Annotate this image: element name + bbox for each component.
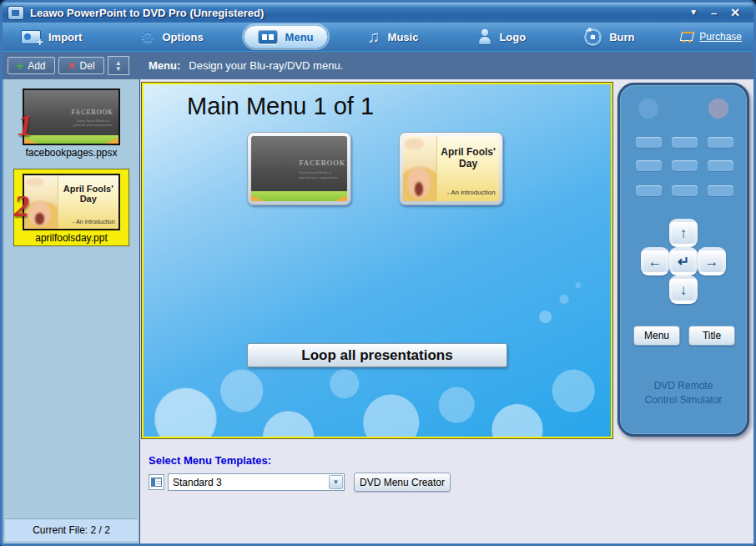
remote-key[interactable] <box>672 185 698 196</box>
dvd-menu-preview[interactable]: Main Menu 1 of 1 FACEBOOK Using Social M… <box>142 83 612 438</box>
app-icon <box>8 6 24 20</box>
purchase-label[interactable]: Purchase <box>699 31 742 43</box>
import-icon <box>21 30 41 44</box>
remote-key[interactable] <box>636 185 662 196</box>
file-name-label: aprilfoolsday.ppt <box>23 232 120 244</box>
infobar-text: Menu: Design your Blu-ray/DVD menu. <box>149 59 343 72</box>
app-window: Leawo PowerPoint to DVD Pro (Unregistere… <box>0 0 756 546</box>
add-button[interactable]: + Add <box>8 57 55 74</box>
enter-button[interactable]: ↵ <box>669 247 698 276</box>
infobar-description: Design your Blu-ray/DVD menu. <box>189 59 343 72</box>
infobar: + Add ✕ Del ▲ ▼ Menu: Design your Blu-ra… <box>3 51 753 79</box>
remote-key[interactable] <box>708 160 733 171</box>
remote-light-right <box>708 99 728 119</box>
remote-key[interactable] <box>708 137 733 148</box>
remote-title-button[interactable]: Title <box>688 326 735 346</box>
purchase-link[interactable]: Purchase <box>679 31 742 43</box>
shopping-cart-icon <box>679 31 694 43</box>
remote-menu-button[interactable]: Menu <box>633 326 680 346</box>
collapse-icon[interactable]: ▼ <box>689 8 698 17</box>
toolbar-item-music[interactable]: ♫ Music <box>358 25 429 48</box>
reorder-button[interactable]: ▲ ▼ <box>108 56 129 75</box>
window-controls: ▼ – ✕ <box>689 7 740 18</box>
toolbar-item-import[interactable]: Import <box>11 25 92 48</box>
remote-caption: DVD Remote Control Simulator <box>640 379 727 407</box>
arrow-right-button[interactable]: → <box>698 247 726 276</box>
close-icon[interactable]: ✕ <box>730 7 740 18</box>
template-dropdown-value: Standard 3 <box>169 477 329 488</box>
facebook-slide-art: FACEBOOK Using Social Media to promote y… <box>24 90 118 144</box>
menu-item-facebookpages[interactable]: FACEBOOK Using Social Media to promote y… <box>247 132 351 205</box>
dvd-remote-control: ↑ ← ↵ → ↓ Menu Title DVD Remote Control … <box>617 83 749 437</box>
remote-key[interactable] <box>672 137 698 148</box>
current-file-status: Current File: 2 / 2 <box>5 518 138 541</box>
bokeh-background <box>144 84 611 437</box>
aprilfools-slide-art: April Fools' Day - An introduction <box>24 175 118 229</box>
remote-key[interactable] <box>708 185 733 196</box>
minimize-icon[interactable]: – <box>711 8 717 18</box>
delete-button[interactable]: ✕ Del <box>58 57 104 74</box>
infobar-title: Menu: <box>149 59 180 72</box>
person-icon <box>478 29 491 44</box>
slide-number-badge: 2 <box>14 191 29 221</box>
remote-light-left <box>638 99 658 119</box>
slide-number-badge: 1 <box>18 110 33 140</box>
sort-down-icon: ▼ <box>115 66 122 72</box>
file-list-sidebar: 1 FACEBOOK Using Social Media to promote… <box>3 79 140 543</box>
template-dropdown[interactable]: Standard 3 ▼ <box>168 473 345 491</box>
file-item-facebookpages[interactable]: 1 FACEBOOK Using Social Media to promote… <box>23 88 120 159</box>
gear-icon: ⚙ <box>140 29 154 45</box>
main-toolbar: Import ⚙ Options Menu ♫ Music Logo Burn … <box>3 23 753 51</box>
menu-heading: Main Menu 1 of 1 <box>187 93 374 120</box>
arrow-up-button[interactable]: ↑ <box>669 219 698 247</box>
photo-strip <box>403 136 436 201</box>
file-thumbnail[interactable]: FACEBOOK Using Social Media to promote y… <box>23 88 120 145</box>
arrow-left-button[interactable]: ← <box>641 247 669 276</box>
chevron-down-icon[interactable]: ▼ <box>329 475 343 489</box>
toolbar-item-burn[interactable]: Burn <box>574 25 644 48</box>
dvd-disc-icon <box>584 28 602 46</box>
facebook-slide-art: FACEBOOK Using Social Media to promote y… <box>251 136 347 201</box>
delete-x-icon: ✕ <box>68 61 76 71</box>
file-item-aprilfoolsday[interactable]: 2 April Fools' Day - An introduction apr… <box>14 169 129 245</box>
menu-item-aprilfoolsday[interactable]: April Fools' Day - An introduction <box>399 132 503 205</box>
green-band <box>24 135 118 144</box>
remote-key[interactable] <box>636 137 662 148</box>
toolbar-item-menu[interactable]: Menu <box>244 25 328 48</box>
template-list-icon <box>149 474 164 490</box>
file-name-label: facebookpages.ppsx <box>23 147 120 159</box>
file-actions: + Add ✕ Del ▲ ▼ <box>3 56 140 75</box>
toolbar-item-options[interactable]: ⚙ Options <box>130 25 213 48</box>
window-title: Leawo PowerPoint to DVD Pro (Unregistere… <box>30 7 689 19</box>
file-thumbnail[interactable]: April Fools' Day - An introduction <box>23 174 120 230</box>
select-menu-templates-label: Select Menu Templates: <box>149 454 271 467</box>
aprilfools-slide-art: April Fools' Day - An introduction <box>403 136 499 201</box>
loop-all-presentations-button[interactable]: Loop all presentations <box>247 343 507 367</box>
remote-key[interactable] <box>672 160 698 171</box>
main-content: Main Menu 1 of 1 FACEBOOK Using Social M… <box>140 79 753 543</box>
remote-key[interactable] <box>636 160 662 171</box>
dvd-menu-creator-button[interactable]: DVD Menu Creator <box>354 473 451 492</box>
arrow-down-button[interactable]: ↓ <box>669 276 698 304</box>
plus-icon: + <box>17 60 23 72</box>
green-band <box>251 191 347 201</box>
toolbar-item-logo[interactable]: Logo <box>468 25 536 48</box>
menu-icon <box>258 30 278 44</box>
titlebar[interactable]: Leawo PowerPoint to DVD Pro (Unregistere… <box>3 3 753 23</box>
music-note-icon: ♫ <box>368 28 381 45</box>
